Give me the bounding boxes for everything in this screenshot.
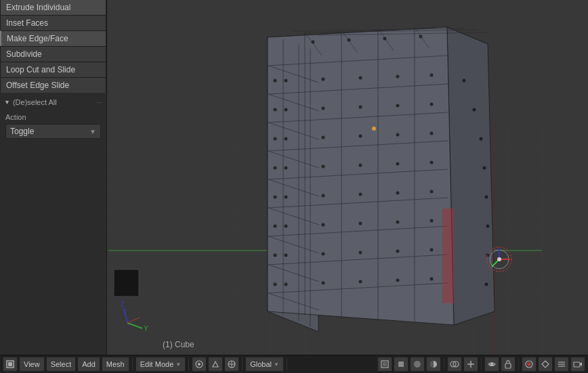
separator-7	[518, 358, 519, 370]
svg-point-121	[486, 225, 490, 228]
svg-point-94	[322, 253, 325, 256]
svg-point-78	[322, 165, 325, 169]
svg-point-113	[383, 37, 387, 41]
separator-4	[287, 358, 287, 370]
svg-point-66	[430, 74, 434, 77]
svg-point-120	[485, 196, 488, 199]
separator-6	[481, 358, 482, 370]
left-panel: Extrude Individual Inset Faces Make Edge…	[0, 0, 107, 355]
svg-point-116	[463, 79, 466, 83]
svg-point-109	[274, 254, 277, 257]
material-icon-button[interactable]	[410, 357, 425, 372]
svg-point-119	[483, 167, 486, 170]
svg-point-146	[414, 361, 421, 368]
object-icon-button[interactable]	[394, 357, 408, 372]
svg-rect-135	[114, 269, 139, 297]
svg-point-92	[430, 219, 434, 223]
svg-point-73	[322, 136, 325, 139]
action-dropdown[interactable]: Toggle ▼	[5, 124, 101, 139]
add-button[interactable]: Add	[77, 357, 100, 372]
svg-point-77	[285, 167, 288, 170]
svg-point-91	[396, 221, 400, 224]
svg-point-108	[274, 225, 277, 228]
mesh-label: Mesh	[106, 360, 125, 368]
loop-cut-slide-button[interactable]: Loop Cut and Slide	[0, 62, 106, 77]
svg-marker-28	[447, 27, 495, 325]
overlay-icon-button[interactable]	[447, 357, 462, 372]
svg-point-110	[274, 283, 277, 286]
action-value: Toggle	[10, 127, 34, 136]
svg-point-84	[322, 194, 325, 198]
global-button[interactable]: Global ▼	[245, 357, 284, 372]
subdivide-button[interactable]: Subdivide	[0, 46, 106, 62]
separator-3	[242, 358, 243, 370]
extrude-individual-button[interactable]: Extrude Individual	[0, 0, 106, 15]
offset-edge-slide-button[interactable]: Offset Edge Slide	[0, 77, 106, 93]
svg-point-85	[359, 193, 362, 196]
svg-rect-153	[505, 364, 511, 368]
make-edge-face-button[interactable]: Make Edge/Face	[0, 30, 106, 46]
inset-faces-button[interactable]: Inset Faces	[0, 15, 106, 30]
snap-icon-button[interactable]	[224, 357, 239, 372]
pivot-icon-button[interactable]	[192, 357, 207, 372]
svg-point-72	[285, 137, 288, 141]
svg-point-76	[430, 132, 434, 135]
svg-point-88	[285, 225, 288, 228]
collapse-triangle-icon: ▼	[4, 99, 10, 106]
deselect-all-section[interactable]: ▼ (De)select All ···	[0, 95, 106, 109]
view-button[interactable]: View	[19, 357, 45, 372]
svg-point-133	[497, 257, 501, 261]
camera-icon-button[interactable]	[570, 357, 585, 372]
edit-mode-button[interactable]: Edit Mode ▼	[135, 357, 186, 372]
svg-point-104	[274, 108, 277, 112]
add-label: Add	[82, 360, 96, 368]
view-label: View	[24, 360, 40, 368]
hide-icon-button[interactable]	[484, 357, 499, 372]
svg-point-97	[430, 248, 434, 252]
status-bar: View Select Add Mesh Edit Mode ▼ Global …	[0, 355, 588, 373]
svg-point-68	[322, 107, 325, 110]
keyframe-icon-button[interactable]	[538, 357, 553, 372]
svg-point-64	[359, 76, 362, 80]
svg-point-87	[430, 190, 434, 194]
lock-icon-button[interactable]	[501, 357, 516, 372]
select-label: Select	[51, 360, 72, 368]
svg-point-93	[285, 254, 288, 257]
svg-point-71	[430, 103, 434, 106]
viewport-shading-button[interactable]	[426, 357, 441, 372]
svg-point-96	[396, 250, 400, 253]
svg-point-95	[359, 251, 362, 255]
separator-1	[132, 358, 133, 370]
svg-point-155	[528, 363, 531, 366]
object-name: (1) Cube	[163, 340, 194, 349]
gizmo-icon-button[interactable]	[463, 357, 478, 372]
svg-point-103	[274, 79, 277, 83]
svg-point-101	[396, 279, 400, 282]
svg-point-117	[473, 108, 476, 112]
svg-point-118	[480, 137, 483, 141]
select-button[interactable]: Select	[46, 357, 77, 372]
record-icon-button[interactable]	[522, 357, 537, 372]
action-label: Action	[0, 109, 106, 123]
svg-point-107	[274, 196, 277, 199]
svg-point-106	[274, 167, 277, 170]
svg-point-89	[322, 223, 325, 227]
svg-point-114	[419, 35, 423, 39]
svg-point-139	[198, 363, 201, 366]
svg-rect-160	[574, 362, 580, 367]
svg-marker-156	[542, 361, 549, 368]
svg-point-63	[322, 78, 325, 81]
svg-point-86	[396, 192, 400, 195]
mode-dropdown-icon: ▼	[175, 361, 181, 368]
timeline-icon-button[interactable]	[554, 357, 569, 372]
svg-text:Y: Y	[144, 325, 148, 332]
svg-rect-115	[442, 209, 454, 303]
svg-point-62	[285, 79, 288, 83]
svg-rect-145	[398, 361, 404, 367]
mesh-button[interactable]: Mesh	[102, 357, 129, 372]
render-icon-button[interactable]	[377, 357, 392, 372]
edit-mode-label: Edit Mode	[140, 360, 174, 368]
scene-icon-button[interactable]	[3, 357, 18, 372]
svg-point-111	[312, 41, 315, 44]
pivot2-icon-button[interactable]	[208, 357, 223, 372]
